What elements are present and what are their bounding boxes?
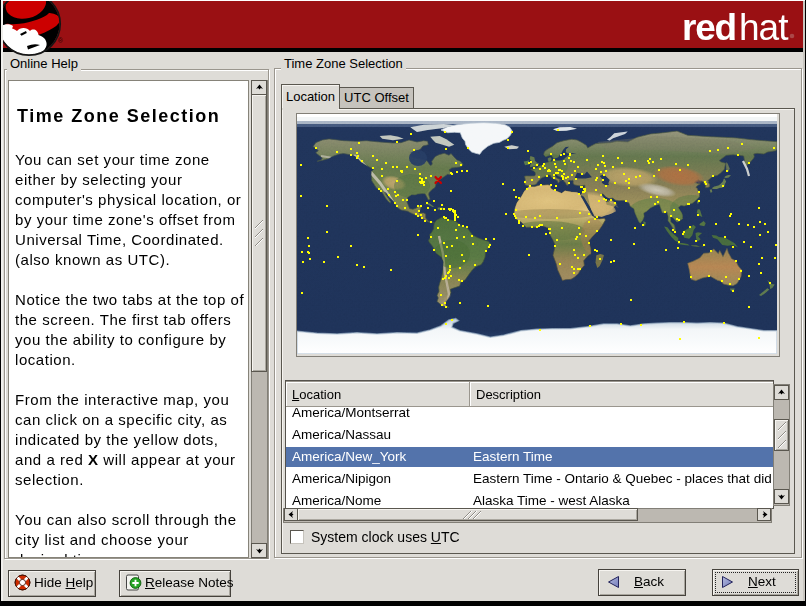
svg-text:red: red (682, 7, 736, 48)
svg-text:®: ® (58, 37, 64, 44)
svg-text:hat: hat (739, 7, 789, 48)
